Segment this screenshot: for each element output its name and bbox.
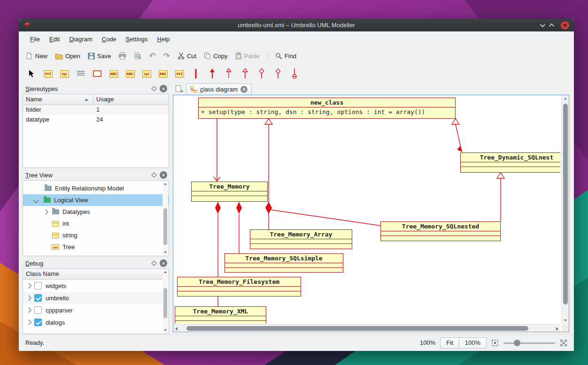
scrollbar-thumb[interactable] xyxy=(186,326,528,331)
tool-composition[interactable] xyxy=(272,67,284,80)
close-panel-button[interactable]: × xyxy=(160,171,167,179)
minimize-button[interactable] xyxy=(540,22,545,27)
class-new_class[interactable]: new_class + setup(type : string, dsn : s… xyxy=(198,98,456,119)
scroll-down-icon[interactable] xyxy=(164,251,167,253)
slider-handle[interactable] xyxy=(514,340,520,346)
tool-class[interactable]: XYZ xyxy=(42,67,54,80)
canvas-vertical-scrollbar[interactable] xyxy=(561,95,569,324)
expander-closed-icon[interactable] xyxy=(26,283,31,288)
scroll-up-icon[interactable] xyxy=(564,98,567,99)
tab-close-button[interactable]: × xyxy=(240,86,248,93)
print-preview-button[interactable] xyxy=(134,52,141,60)
tree-item-string[interactable]: string xyxy=(23,229,169,241)
close-button[interactable]: × xyxy=(561,21,569,30)
debug-item-widgets[interactable]: widgets xyxy=(23,280,169,292)
tool-text[interactable] xyxy=(75,67,87,80)
table-row[interactable]: folder 1 xyxy=(23,105,169,115)
column-header-name[interactable]: Name xyxy=(23,94,93,105)
redo-button[interactable]: ↷ xyxy=(163,52,170,60)
zoom-100-button[interactable]: 100% xyxy=(459,337,487,349)
tree-item-entity-relationship-model[interactable]: Entity Relationship Model xyxy=(23,182,169,194)
checkbox-unchecked[interactable] xyxy=(34,282,42,289)
open-button[interactable]: Open xyxy=(55,53,80,60)
menu-file[interactable]: File xyxy=(25,33,45,46)
debug-item-umbrello[interactable]: umbrello xyxy=(23,292,169,304)
tree-item-datatypes[interactable]: Datatypes xyxy=(23,206,169,218)
canvas-horizontal-scrollbar[interactable] xyxy=(173,324,560,332)
cut-button[interactable]: Cut xyxy=(178,52,196,60)
debug-panel-header[interactable]: Debug × xyxy=(23,258,169,268)
undo-button[interactable]: ↶ xyxy=(149,52,155,60)
tool-dependency[interactable] xyxy=(223,67,235,80)
copy-button[interactable]: Copy xyxy=(204,52,227,60)
tool-datatype[interactable]: xyz xyxy=(58,67,70,80)
tree-item-tree[interactable]: xyz Tree xyxy=(23,241,169,253)
menu-edit[interactable]: Edit xyxy=(45,33,64,46)
class-tree-dynamic-sqlnested[interactable]: Tree_Dynamic_SQLnest xyxy=(460,152,560,173)
tool-box[interactable] xyxy=(91,67,103,80)
stereotypes-panel-header[interactable]: Stereotypes × xyxy=(23,84,169,94)
tool-note[interactable]: ABC xyxy=(108,67,120,80)
fit-button[interactable]: Fit xyxy=(440,337,459,349)
tool-directed-association[interactable] xyxy=(206,67,218,80)
expander-open-icon[interactable] xyxy=(33,198,39,203)
new-tab-button[interactable]: + xyxy=(175,85,183,94)
column-header-usage[interactable]: Usage xyxy=(93,94,117,105)
class-tree-memory-xml[interactable]: Tree_Memory_XML xyxy=(175,306,266,324)
maximize-button[interactable] xyxy=(549,23,554,28)
tool-aggregation[interactable] xyxy=(255,67,268,80)
checkbox-checked[interactable] xyxy=(34,319,42,326)
save-button[interactable]: Save xyxy=(88,53,111,60)
class-tree-memory-filesystem[interactable]: Tree_Memory_Filesystem xyxy=(177,277,301,297)
titlebar[interactable]: umbrello-uml.xmi – Umbrello UML Modeller… xyxy=(19,19,574,31)
menu-code[interactable]: Code xyxy=(97,33,121,46)
tree-item-int[interactable]: int xyxy=(23,218,169,229)
scroll-right-icon[interactable] xyxy=(556,327,558,331)
zoom-fit-page-icon[interactable] xyxy=(491,339,499,347)
float-panel-icon[interactable] xyxy=(151,260,156,266)
fullscreen-icon[interactable] xyxy=(560,339,567,347)
scroll-down-icon[interactable] xyxy=(564,319,567,321)
zoom-slider[interactable] xyxy=(503,339,555,347)
checkbox-unchecked[interactable] xyxy=(34,306,42,314)
close-panel-button[interactable]: × xyxy=(160,85,167,92)
print-button[interactable] xyxy=(118,52,126,60)
table-row[interactable]: datatype 24 xyxy=(23,115,169,125)
scroll-down-icon[interactable] xyxy=(164,329,167,331)
find-button[interactable]: Find xyxy=(275,53,296,60)
scrollbar-thumb[interactable] xyxy=(563,104,568,304)
close-panel-button[interactable]: × xyxy=(160,259,167,267)
debug-item-cppparser[interactable]: cppparser xyxy=(23,304,169,316)
expander-closed-icon[interactable] xyxy=(26,295,31,300)
float-panel-icon[interactable] xyxy=(151,86,156,91)
tab-class-diagram[interactable]: class diagram × xyxy=(186,84,252,95)
checkbox-checked[interactable] xyxy=(34,294,42,302)
expander-closed-icon[interactable] xyxy=(43,209,48,214)
scrollbar-thumb[interactable] xyxy=(163,208,167,245)
tree-view-panel-header[interactable]: Tree View × xyxy=(23,170,169,180)
debug-item-dialogs[interactable]: dialogs xyxy=(23,316,169,328)
menu-diagram[interactable]: Diagram xyxy=(64,33,97,46)
class-tree-memory-sqlnested[interactable]: Tree_Memory_SQLnested xyxy=(380,221,501,241)
tool-association[interactable] xyxy=(190,67,202,80)
tool-select-arrow[interactable] xyxy=(25,67,38,80)
expander-closed-icon[interactable] xyxy=(26,307,31,312)
scroll-up-icon[interactable] xyxy=(164,271,167,273)
scroll-up-icon[interactable] xyxy=(164,183,167,185)
class-tree-memory[interactable]: Tree_Memory xyxy=(191,182,268,202)
tree-view-scrollbar[interactable] xyxy=(162,181,168,255)
paste-button[interactable]: Paste xyxy=(235,52,260,60)
expander-closed-icon[interactable] xyxy=(26,319,31,325)
diagram-canvas[interactable]: new_class + setup(type : string, dsn : s… xyxy=(173,95,560,324)
column-header-class-name[interactable]: Class Name xyxy=(23,269,169,280)
class-tree-memory-array[interactable]: Tree_Memory_Array xyxy=(250,229,352,249)
float-panel-icon[interactable] xyxy=(151,172,156,177)
class-tree-memory-sqlsimple[interactable]: Tree_Memory_SQLsimple xyxy=(224,253,343,273)
tool-template[interactable]: XYZ xyxy=(173,67,186,80)
menu-settings[interactable]: Settings xyxy=(121,33,153,46)
scroll-left-icon[interactable] xyxy=(175,327,178,331)
tool-enum[interactable]: ABC xyxy=(124,67,136,80)
tool-containment[interactable] xyxy=(288,67,301,80)
tool-interface[interactable]: ABC xyxy=(157,67,169,80)
scrollbar-thumb[interactable] xyxy=(163,288,167,318)
